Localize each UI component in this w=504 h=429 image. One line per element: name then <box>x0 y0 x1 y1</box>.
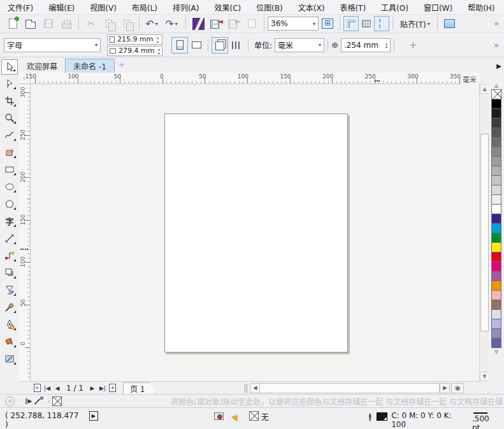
document-palette-flyout-arrow[interactable]: ‖▶ <box>25 398 32 404</box>
palette-scroll-down-icon[interactable]: ▼ <box>494 348 499 356</box>
snap-to-dropdown[interactable]: 贴齐(T)▾ <box>398 16 433 31</box>
menu-item[interactable]: 布局(L) <box>132 2 157 13</box>
document-color-settings-icon[interactable] <box>214 412 224 420</box>
crop-tool[interactable] <box>1 92 18 109</box>
paper-height-field[interactable]: 279.4 mm ▾▴ <box>107 46 162 56</box>
color-swatch[interactable] <box>491 328 501 338</box>
scroll-left-button[interactable]: ◀ <box>250 383 260 393</box>
paper-type-combo[interactable]: 字母▾ <box>4 38 101 52</box>
color-swatch[interactable] <box>491 127 501 138</box>
chevron-left-icon[interactable]: ‹ <box>47 398 50 405</box>
tab-untitled-1[interactable]: 未命名 -1 <box>65 59 115 73</box>
menu-item[interactable]: 文本(X) <box>298 2 325 13</box>
color-swatch[interactable] <box>491 204 501 214</box>
scroll-up-button[interactable]: ▲ <box>480 84 489 94</box>
drawing-page[interactable] <box>164 113 348 353</box>
smart-fill-tool[interactable] <box>1 143 18 161</box>
menu-item[interactable]: 视图(V) <box>90 2 117 13</box>
height-spinner[interactable]: ▾▴ <box>158 48 160 54</box>
scroll-right-button[interactable]: ▶ <box>440 383 450 393</box>
docker-flyout-arrow[interactable]: ▶ <box>496 62 501 69</box>
vertical-scrollbar[interactable]: ▲ ▼ <box>479 84 489 381</box>
vertical-ruler[interactable]: 300250200150100500 <box>19 84 31 381</box>
shape-tool[interactable] <box>1 75 18 92</box>
color-swatch[interactable] <box>491 214 501 224</box>
rectangle-tool[interactable] <box>1 161 18 178</box>
color-swatch[interactable] <box>491 156 501 166</box>
text-tool[interactable]: 字 <box>1 212 18 229</box>
export-icon[interactable]: ► <box>226 16 241 31</box>
color-swatch[interactable] <box>491 300 501 310</box>
color-swatch[interactable] <box>491 233 501 243</box>
undo-icon[interactable]: ↶▾ <box>144 16 159 31</box>
color-eyedropper-tool[interactable] <box>1 298 18 316</box>
scroll-down-button[interactable]: ▼ <box>480 372 489 381</box>
add-dimension-icon[interactable]: + <box>409 40 417 51</box>
polygon-tool[interactable] <box>1 195 18 212</box>
next-page-button[interactable]: ▶ <box>87 383 97 393</box>
save-icon[interactable] <box>41 16 56 31</box>
eyedropper-icon[interactable] <box>34 396 43 405</box>
last-page-button[interactable]: ▶| <box>97 383 108 393</box>
show-rulers-toggle[interactable] <box>343 16 359 31</box>
parallel-dimension-tool[interactable] <box>1 229 18 247</box>
nudge-distance-field[interactable]: .254 mm▴▾ <box>341 38 391 52</box>
menu-item[interactable]: 帮助(H) <box>468 2 494 13</box>
document-palette-no-color-swatch[interactable] <box>52 396 62 406</box>
zoom-tool[interactable] <box>1 109 18 126</box>
landscape-button[interactable] <box>188 37 205 54</box>
color-swatch[interactable] <box>491 290 501 300</box>
interactive-fill-tool[interactable] <box>1 350 18 367</box>
color-swatch[interactable] <box>491 338 501 348</box>
application-launcher-icon[interactable] <box>191 16 206 31</box>
open-icon[interactable] <box>23 16 38 31</box>
menu-item[interactable]: 排列(A) <box>173 2 199 13</box>
color-swatch[interactable] <box>491 319 501 329</box>
fill-tool[interactable] <box>1 333 18 350</box>
color-swatch[interactable] <box>491 118 501 128</box>
tab-scroll-splitter[interactable] <box>245 384 247 393</box>
page-1-tab[interactable]: 页 1 <box>123 382 155 394</box>
color-swatch[interactable] <box>491 309 501 319</box>
new-document-tab-button[interactable]: + <box>115 60 129 73</box>
redo-icon[interactable]: ↷▾ <box>162 16 181 31</box>
add-page-before-button[interactable]: + <box>32 383 42 393</box>
pick-tool[interactable] <box>1 59 18 75</box>
print-icon[interactable] <box>59 16 74 31</box>
color-swatch[interactable] <box>491 147 501 157</box>
drop-shadow-tool[interactable] <box>1 264 18 281</box>
ellipse-tool[interactable] <box>1 178 18 195</box>
fill-none-swatch[interactable] <box>249 411 259 421</box>
color-swatch[interactable] <box>491 242 501 252</box>
show-grid-toggle[interactable] <box>359 16 374 31</box>
current-page-button[interactable] <box>228 37 245 54</box>
add-page-after-button[interactable]: + <box>108 383 118 393</box>
color-swatch[interactable] <box>491 194 501 205</box>
copy-icon[interactable] <box>101 16 117 31</box>
color-swatch[interactable] <box>491 89 501 99</box>
drawing-window[interactable] <box>31 84 479 381</box>
all-pages-button[interactable] <box>212 37 228 54</box>
import-icon[interactable]: ◄ <box>208 16 224 31</box>
color-swatch[interactable] <box>491 99 501 109</box>
horizontal-ruler[interactable]: 毫米 15010050050100150200250300350 <box>31 73 479 84</box>
outline-pen-tool[interactable] <box>1 316 18 333</box>
show-guidelines-toggle[interactable] <box>374 16 389 31</box>
menu-item[interactable]: 位图(B) <box>256 2 283 13</box>
options-icon[interactable] <box>442 16 457 31</box>
portrait-button[interactable] <box>171 37 188 54</box>
paper-width-field[interactable]: 215.9 mm ▾▴ <box>107 34 162 45</box>
menu-item[interactable]: 表格(T) <box>340 2 366 13</box>
cut-icon[interactable]: ✂ <box>83 16 99 31</box>
color-swatch[interactable] <box>491 280 501 291</box>
outline-color-swatch[interactable] <box>377 412 388 421</box>
propbar-overflow-chevron[interactable]: » <box>494 41 499 50</box>
color-swatch[interactable] <box>491 175 501 185</box>
first-page-button[interactable]: |◀ <box>42 383 52 393</box>
menu-item[interactable]: 工具(O) <box>381 2 408 13</box>
color-swatch[interactable] <box>491 185 501 195</box>
color-swatch[interactable] <box>491 271 501 281</box>
publish-pdf-icon[interactable] <box>244 16 259 31</box>
vertical-scrollbar-thumb[interactable] <box>480 134 489 331</box>
color-swatch[interactable] <box>491 252 501 262</box>
